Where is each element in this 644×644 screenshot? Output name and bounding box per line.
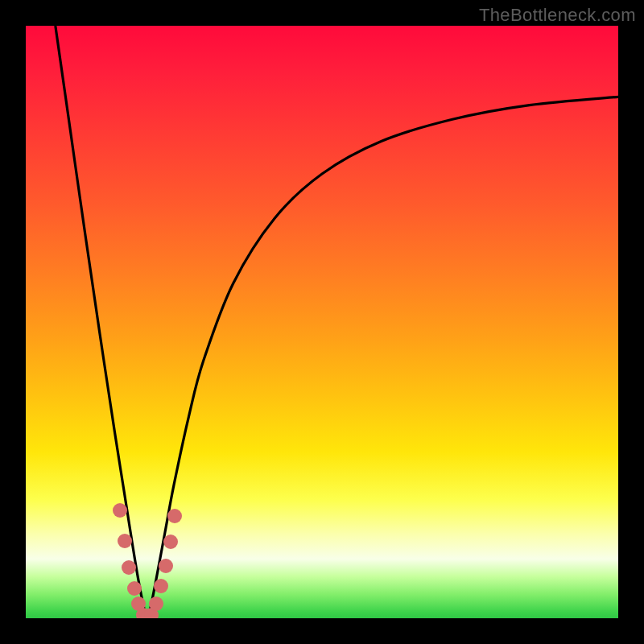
- highlight-dot: [149, 597, 163, 611]
- bottleneck-curve: [56, 26, 618, 618]
- highlight-dot: [154, 579, 168, 593]
- chart-frame: TheBottleneck.com: [0, 0, 644, 644]
- highlight-dot: [113, 503, 127, 518]
- curve-layer: [26, 26, 618, 618]
- highlight-dot: [122, 560, 136, 575]
- watermark-text: TheBottleneck.com: [479, 5, 636, 26]
- highlight-dot: [127, 581, 142, 596]
- highlight-dot: [163, 535, 178, 549]
- plot-area: [26, 26, 618, 618]
- highlight-dot: [159, 559, 173, 573]
